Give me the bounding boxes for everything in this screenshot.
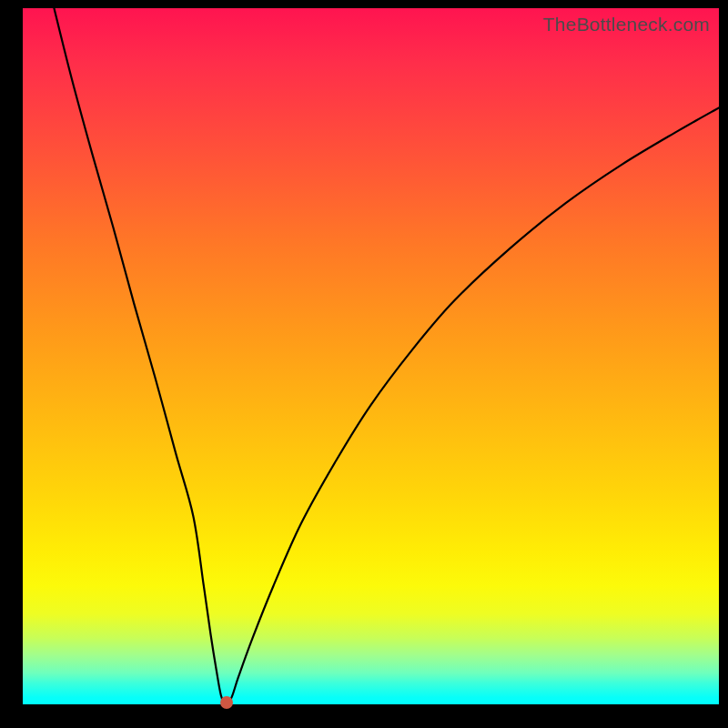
plot-area: TheBottleneck.com (23, 8, 719, 704)
curve-svg (23, 8, 719, 704)
bottleneck-curve-path (54, 8, 719, 704)
optimal-point-marker (220, 696, 233, 709)
chart-container: TheBottleneck.com (0, 0, 728, 728)
